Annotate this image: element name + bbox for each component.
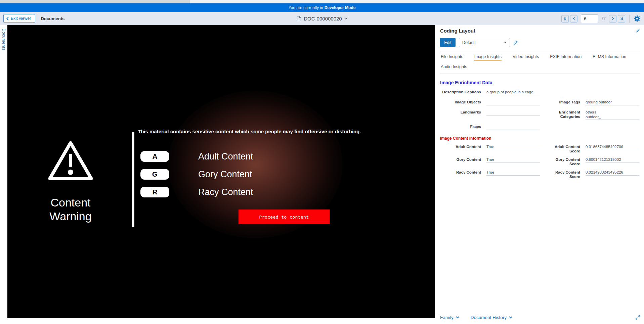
left-rail: Documents bbox=[0, 25, 7, 324]
settings-gear-icon[interactable] bbox=[634, 15, 641, 22]
tab-file-insights[interactable]: File Insights bbox=[441, 54, 463, 61]
left-rail-tab-documents[interactable]: Documents bbox=[1, 29, 6, 50]
image-content-information-heading: Image Content Information bbox=[440, 136, 640, 141]
field-label: Description Captions bbox=[440, 90, 481, 94]
enrichment-fields: Description Captions a group of people i… bbox=[440, 90, 640, 130]
gory-content-label: Gory Content bbox=[198, 169, 252, 180]
browser-top-strip-segment bbox=[0, 0, 190, 3]
family-link[interactable]: Family bbox=[440, 315, 459, 320]
adult-content-value: True bbox=[486, 144, 540, 150]
proceed-to-content-button[interactable]: Proceed to content bbox=[239, 210, 330, 224]
gory-content-score-value: 0.600142121315002 bbox=[586, 157, 639, 163]
enrichment-categories-value: others_ outdoor_ bbox=[586, 110, 639, 120]
browser-top-strip bbox=[0, 0, 644, 3]
layout-select-value: Default bbox=[462, 40, 476, 45]
field-label: Image Objects bbox=[440, 100, 481, 104]
field-label: Adult Content bbox=[440, 144, 481, 149]
expand-panel-icon[interactable] bbox=[636, 315, 640, 320]
exit-viewer-label: Exit viewer bbox=[11, 16, 31, 21]
viewer-bottom-gap bbox=[7, 318, 435, 324]
document-title: DOC-000000020 bbox=[304, 16, 342, 21]
first-page-button[interactable] bbox=[561, 15, 569, 22]
tab-image-insights[interactable]: Image Insights bbox=[474, 54, 502, 61]
panel-footer: Family Document History bbox=[436, 312, 644, 323]
document-history-link[interactable]: Document History bbox=[471, 315, 512, 320]
chevron-down-icon bbox=[509, 316, 512, 319]
collapse-panel-icon[interactable] bbox=[636, 29, 640, 33]
racy-content-badge: R bbox=[140, 187, 169, 197]
last-page-button[interactable] bbox=[618, 15, 625, 22]
next-page-button[interactable] bbox=[609, 15, 616, 22]
racy-content-label: Racy Content bbox=[198, 187, 253, 197]
tab-video-insights[interactable]: Video Insights bbox=[513, 54, 539, 61]
adult-content-label: Adult Content bbox=[198, 151, 253, 162]
exit-viewer-button[interactable]: Exit viewer bbox=[3, 14, 35, 23]
tab-audio-insights[interactable]: Audio Insights bbox=[441, 64, 467, 71]
field-label: Faces bbox=[440, 124, 481, 129]
field-label: Gory Content Score bbox=[546, 157, 580, 166]
chevron-down-icon bbox=[456, 316, 459, 319]
chevron-down-icon bbox=[504, 42, 507, 43]
gory-content-value: True bbox=[486, 157, 540, 163]
warning-triangle-icon bbox=[47, 140, 94, 182]
image-enrichment-data-heading: Image Enrichment Data bbox=[440, 80, 640, 85]
adult-content-score-value: 0.0186374485492706 bbox=[586, 144, 639, 150]
chevron-left-icon bbox=[6, 17, 9, 20]
field-label: Image Tags bbox=[546, 100, 580, 104]
banner-mode: Developer Mode bbox=[325, 5, 356, 10]
banner-text: You are currently in bbox=[289, 5, 323, 10]
warning-sentence: This material contains sensitive content… bbox=[138, 129, 361, 134]
document-dropdown-icon[interactable] bbox=[344, 18, 347, 20]
racy-content-score-value: 0.0214983243495226 bbox=[586, 170, 639, 176]
layout-select[interactable]: Default bbox=[459, 38, 510, 47]
breadcrumb: Documents bbox=[41, 16, 65, 21]
racy-content-value: True bbox=[486, 170, 540, 176]
edit-layout-pencil-icon[interactable] bbox=[513, 40, 518, 45]
panel-title: Coding Layout bbox=[440, 28, 475, 34]
field-label: Enrichment Categories bbox=[546, 110, 580, 119]
edit-button[interactable]: Edit bbox=[440, 38, 456, 47]
warning-item-racy: R Racy Content bbox=[140, 187, 169, 197]
faces-value bbox=[486, 124, 540, 130]
content-information-fields: Adult Content True Adult Content Score 0… bbox=[440, 144, 640, 179]
toolbar-divider bbox=[629, 15, 630, 23]
field-label: Gory Content bbox=[440, 157, 481, 162]
gory-content-badge: G bbox=[140, 169, 169, 180]
field-label: Racy Content bbox=[440, 170, 481, 175]
adult-content-badge: A bbox=[140, 151, 169, 162]
field-label: Adult Content Score bbox=[546, 144, 580, 153]
warning-item-gory: G Gory Content bbox=[140, 169, 169, 180]
page-navigation: /7 bbox=[561, 12, 641, 25]
warning-divider-bar bbox=[132, 132, 134, 227]
landmarks-value bbox=[486, 110, 540, 115]
page-number-input[interactable] bbox=[581, 14, 598, 23]
document-icon bbox=[297, 16, 301, 21]
page-total-label: /7 bbox=[602, 16, 606, 21]
coding-layout-panel: Coding Layout Edit Default bbox=[436, 25, 644, 324]
description-captions-value: a group of people in a cage bbox=[486, 90, 540, 95]
image-tags-value: ground,outdoor bbox=[586, 100, 639, 105]
document-viewer: Content Warning This material contains s… bbox=[7, 25, 435, 318]
image-objects-value bbox=[486, 100, 540, 105]
previous-page-button[interactable] bbox=[570, 15, 577, 22]
tab-elms-information[interactable]: ELMS Information bbox=[593, 54, 626, 61]
content-warning-title: Content Warning bbox=[30, 196, 111, 223]
viewer-toolbar: Exit viewer Documents DOC-000000020 /7 bbox=[0, 12, 644, 25]
tab-exif-information[interactable]: EXIF Information bbox=[550, 54, 582, 61]
insights-tabs: File Insights Image Insights Video Insig… bbox=[440, 51, 640, 74]
warning-item-adult: A Adult Content bbox=[140, 151, 169, 162]
field-label: Racy Content Score bbox=[546, 170, 580, 179]
field-label: Landmarks bbox=[440, 110, 481, 114]
developer-mode-banner: You are currently in Developer Mode bbox=[0, 3, 644, 12]
